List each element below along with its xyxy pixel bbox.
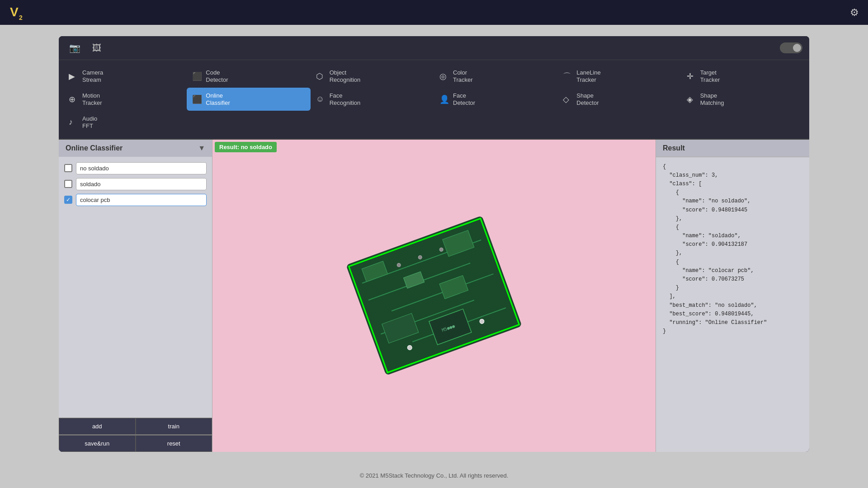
- svg-text:V: V: [10, 5, 19, 19]
- panel-collapse-icon[interactable]: ▼: [198, 144, 205, 152]
- nav-item-audio-fft[interactable]: ♪ AudioFFT: [63, 111, 187, 134]
- pcb-image: M5●●●: [326, 214, 542, 377]
- camera-stream-icon: ▶: [69, 71, 79, 81]
- class-item-3: [64, 194, 207, 206]
- class-input-3[interactable]: [76, 194, 207, 206]
- class-input-2[interactable]: [76, 178, 207, 190]
- nav-item-face-recognition[interactable]: ☺ FaceRecognition: [311, 88, 434, 111]
- nav-grid: ▶ CameraStream ⬛ CodeDetector ⬡ ObjectRe…: [59, 60, 809, 140]
- footer: © 2021 M5Stack Technology Co., Ltd. All …: [0, 472, 868, 479]
- button-row-2: save&run reset: [59, 435, 212, 452]
- nav-label-shape-matching: ShapeMatching: [700, 92, 724, 106]
- camera-capture-icon[interactable]: 📷: [66, 41, 84, 55]
- class-checkbox-2[interactable]: [64, 180, 72, 188]
- nav-item-online-classifier[interactable]: ⬛ OnlineClassifier: [187, 88, 310, 111]
- nav-label-target-tracker: TargetTracker: [700, 69, 720, 83]
- nav-label-face-detector: FaceDetector: [453, 92, 475, 106]
- nav-item-camera-stream[interactable]: ▶ CameraStream: [63, 65, 187, 88]
- reset-button[interactable]: reset: [136, 435, 212, 452]
- add-button[interactable]: add: [59, 418, 136, 435]
- toolbar: 📷 🖼: [59, 36, 809, 60]
- nav-label-online-classifier: OnlineClassifier: [206, 92, 230, 106]
- nav-item-target-tracker[interactable]: ✛ TargetTracker: [681, 65, 805, 88]
- main-container: 📷 🖼 ▶ CameraStream ⬛ CodeDetector ⬡ Obje…: [59, 36, 809, 452]
- save-run-button[interactable]: save&run: [59, 435, 136, 452]
- image-icon[interactable]: 🖼: [89, 41, 105, 55]
- camera-feed: Result: no soldado: [212, 140, 656, 452]
- nav-label-shape-detector: ShapeDetector: [576, 92, 599, 106]
- nav-label-face-recognition: FaceRecognition: [330, 92, 361, 106]
- nav-label-object-recognition: ObjectRecognition: [330, 69, 361, 83]
- class-item-2: [64, 178, 207, 190]
- top-bar: V 2 ⚙: [0, 0, 868, 25]
- class-checkbox-1[interactable]: [64, 164, 72, 172]
- app-logo: V 2: [9, 3, 29, 23]
- toggle-button[interactable]: [780, 42, 802, 53]
- class-checkbox-3[interactable]: [64, 196, 72, 204]
- button-row-1: add train: [59, 418, 212, 435]
- code-detector-icon: ⬛: [192, 71, 202, 81]
- nav-label-audio-fft: AudioFFT: [82, 115, 97, 129]
- nav-item-shape-detector[interactable]: ◇ ShapeDetector: [557, 88, 681, 111]
- result-header: Result: [656, 140, 809, 157]
- footer-text: © 2021 M5Stack Technology Co., Ltd. All …: [360, 472, 509, 479]
- left-panel: Online Classifier ▼: [59, 140, 212, 452]
- audio-fft-icon: ♪: [69, 117, 79, 127]
- nav-label-laneline-tracker: LaneLineTracker: [576, 69, 601, 83]
- color-tracker-icon: ◎: [439, 71, 449, 81]
- class-item-1: [64, 162, 207, 174]
- object-recognition-icon: ⬡: [316, 71, 326, 81]
- nav-label-motion-tracker: MotionTracker: [82, 92, 102, 106]
- panel-header: Online Classifier ▼: [59, 140, 212, 157]
- nav-item-shape-matching[interactable]: ◈ ShapeMatching: [681, 88, 805, 111]
- target-tracker-icon: ✛: [687, 71, 697, 81]
- nav-label-camera-stream: CameraStream: [82, 69, 103, 83]
- motion-tracker-icon: ⊕: [69, 94, 79, 104]
- class-input-1[interactable]: [76, 162, 207, 174]
- result-content: { "class_num": 3, "class": [ { "name": "…: [656, 157, 809, 452]
- nav-item-object-recognition[interactable]: ⬡ ObjectRecognition: [311, 65, 434, 88]
- svg-text:2: 2: [19, 14, 23, 21]
- class-list: [59, 157, 212, 418]
- nav-item-code-detector[interactable]: ⬛ CodeDetector: [187, 65, 310, 88]
- laneline-tracker-icon: ⌒: [563, 71, 573, 82]
- nav-item-color-tracker[interactable]: ◎ ColorTracker: [434, 65, 557, 88]
- nav-item-face-detector[interactable]: 👤 FaceDetector: [434, 88, 557, 111]
- settings-icon[interactable]: ⚙: [850, 7, 859, 19]
- shape-matching-icon: ◈: [687, 94, 697, 104]
- face-recognition-icon: ☺: [316, 94, 326, 104]
- nav-item-laneline-tracker[interactable]: ⌒ LaneLineTracker: [557, 65, 681, 88]
- online-classifier-icon: ⬛: [192, 94, 202, 104]
- result-badge: Result: no soldado: [215, 142, 277, 152]
- nav-label-color-tracker: ColorTracker: [453, 69, 473, 83]
- face-detector-icon: 👤: [439, 94, 449, 104]
- right-panel: Result { "class_num": 3, "class": [ { "n…: [656, 140, 809, 452]
- train-button[interactable]: train: [136, 418, 212, 435]
- panel-title: Online Classifier: [66, 144, 123, 152]
- nav-item-motion-tracker[interactable]: ⊕ MotionTracker: [63, 88, 187, 111]
- shape-detector-icon: ◇: [563, 94, 573, 104]
- content-area: Online Classifier ▼: [59, 140, 809, 452]
- nav-label-code-detector: CodeDetector: [206, 69, 228, 83]
